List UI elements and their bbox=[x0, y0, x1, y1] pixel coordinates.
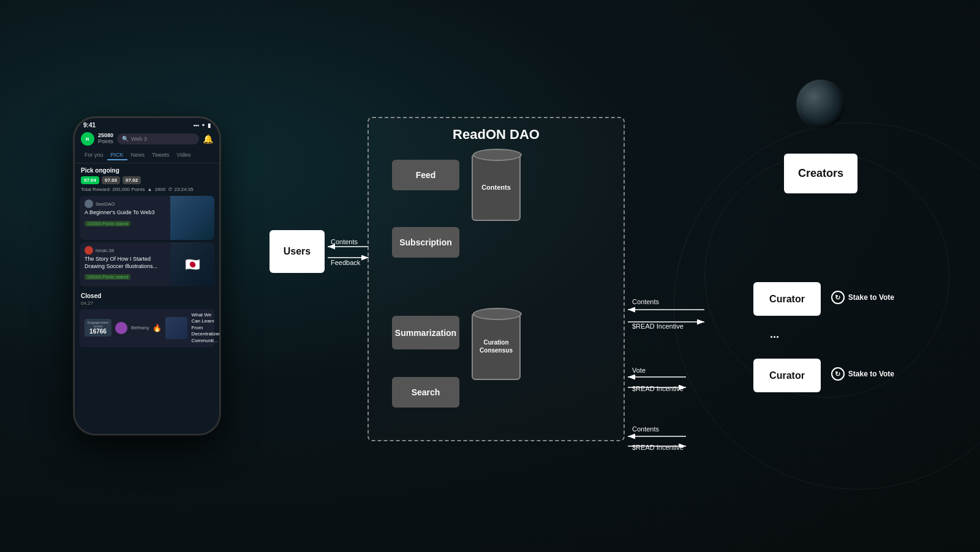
phone-mockup: 9:41 ▪▪▪ ⚬ ▮ R 25080 Points 🔍 Web 3 � bbox=[74, 117, 221, 435]
read-incentive-top-label: $READ Incentive bbox=[632, 323, 684, 330]
func-box-feed: Feed bbox=[392, 160, 459, 190]
stake-vote-2: ↻ Stake to Vote bbox=[831, 367, 894, 381]
article-author-1: SeeDAO bbox=[85, 200, 165, 208]
bell-icon[interactable]: 🔔 bbox=[203, 134, 213, 144]
total-reward-label: Total Reward: 200,000 Points bbox=[81, 187, 145, 192]
search-bar[interactable]: 🔍 Web 3 bbox=[117, 133, 199, 144]
article-badge-2: 150000 Points staked bbox=[85, 274, 130, 280]
dots-label: ... bbox=[770, 328, 779, 341]
contents-right-top-label: Contents bbox=[632, 298, 659, 305]
reward-points: 2600 bbox=[154, 187, 165, 192]
func-box-summarization: Summarization bbox=[392, 316, 459, 349]
reward-bar: Total Reward: 200,000 Points ▲ 2600 ⏱ 23… bbox=[75, 185, 219, 193]
cylinder-contents-label: Contents bbox=[481, 184, 511, 191]
article-card-2[interactable]: hiroki.38 The Story Of How I Started Dra… bbox=[80, 242, 214, 286]
author-name-2: hiroki.38 bbox=[96, 248, 114, 253]
search-icon: 🔍 bbox=[122, 136, 129, 142]
article-title-2: The Story Of How I Started Drawing Socce… bbox=[85, 256, 165, 270]
cylinder-curation-label: CurationConsensus bbox=[480, 338, 513, 354]
stake-vote-1: ↻ Stake to Vote bbox=[831, 291, 894, 304]
dao-title: ReadON DAO bbox=[369, 118, 624, 149]
article-card-1[interactable]: SeeDAO A Beginner's Guide To Web3 100000… bbox=[80, 196, 214, 240]
battery-icon: ▮ bbox=[208, 122, 211, 129]
pick-badge-2[interactable]: 07.03 bbox=[102, 176, 120, 184]
article-thumb-2: 🇯🇵 bbox=[170, 242, 214, 286]
phone-status-bar: 9:41 ▪▪▪ ⚬ ▮ bbox=[75, 118, 219, 130]
author-name-1: SeeDAO bbox=[96, 201, 115, 207]
points-label: Points bbox=[98, 139, 113, 145]
pick-badges: 07.04 07.03 07.02 bbox=[75, 175, 219, 185]
pick-section-title: Pick ongoing bbox=[75, 163, 219, 175]
phone-tabs: For you PICK News Tweets Video bbox=[75, 148, 219, 163]
feedback-arrow-label: Feedback bbox=[331, 259, 360, 266]
contents-right-bot-label: Contents bbox=[632, 425, 659, 433]
phone-time: 9:41 bbox=[83, 122, 96, 129]
article-badge-1: 100000 Points staked bbox=[85, 221, 130, 226]
refresh-icon-1: ↻ bbox=[831, 291, 845, 304]
contents-arrow-label: Contents bbox=[331, 238, 358, 245]
article-author-2: hiroki.38 bbox=[85, 246, 165, 255]
fire-icon: 🔥 bbox=[153, 324, 162, 332]
article-thumb-1 bbox=[170, 196, 214, 240]
diagram-container: ReadON DAO Feed Subscription Summarizati… bbox=[257, 105, 870, 447]
read-incentive-mid-label: $READ Incentive bbox=[632, 385, 684, 392]
curator-box-1: Curator bbox=[753, 282, 821, 316]
cylinder-curation: CurationConsensus bbox=[472, 313, 521, 380]
curator-box-2: Curator bbox=[753, 359, 821, 392]
signal-icon: ▪▪▪ bbox=[193, 122, 199, 129]
tab-video[interactable]: Video bbox=[173, 151, 195, 160]
closed-author-name: Bethany bbox=[131, 325, 149, 330]
refresh-icon-2: ↻ bbox=[831, 367, 845, 381]
score-value: 16766 bbox=[88, 328, 108, 335]
closed-item-1[interactable]: Engagement score 16766 Bethany 🔥 What We… bbox=[80, 309, 214, 347]
reward-timer: ⏱ 23:24:35 bbox=[168, 187, 193, 192]
tab-news[interactable]: News bbox=[127, 151, 149, 160]
func-box-search: Search bbox=[392, 377, 459, 408]
pick-badge-1[interactable]: 07.04 bbox=[81, 176, 99, 184]
closed-author-avatar bbox=[115, 322, 127, 334]
search-text: Web 3 bbox=[131, 136, 147, 142]
phone-status-icons: ▪▪▪ ⚬ ▮ bbox=[193, 122, 211, 129]
score-label: Engagement score bbox=[88, 321, 108, 328]
engagement-score-box: Engagement score 16766 bbox=[85, 319, 111, 337]
reward-up-icon: ▲ bbox=[148, 187, 153, 192]
cylinder-contents: Contents bbox=[472, 154, 521, 221]
creators-box: Creators bbox=[784, 154, 858, 193]
closed-thumb bbox=[165, 317, 187, 339]
func-box-subscription: Subscription bbox=[392, 227, 459, 258]
app-logo: R bbox=[81, 132, 94, 146]
read-incentive-bot-label: $READ Incentive bbox=[632, 444, 684, 451]
tab-foryou[interactable]: For you bbox=[81, 151, 107, 160]
tab-tweets[interactable]: Tweets bbox=[148, 151, 173, 160]
vote-arrow-label: Vote bbox=[632, 367, 646, 374]
phone-header: R 25080 Points 🔍 Web 3 🔔 bbox=[75, 130, 219, 148]
tab-pick[interactable]: PICK bbox=[107, 151, 127, 160]
article-title-1: A Beginner's Guide To Web3 bbox=[85, 209, 165, 217]
phone-screen: 9:41 ▪▪▪ ⚬ ▮ R 25080 Points 🔍 Web 3 � bbox=[75, 118, 219, 434]
closed-title: What We Can Learn From Decentralized Com… bbox=[191, 312, 219, 344]
author-avatar-1 bbox=[85, 200, 93, 208]
closed-date: 04.27 bbox=[75, 300, 219, 307]
pick-badge-3[interactable]: 07.02 bbox=[123, 176, 141, 184]
users-box: Users bbox=[270, 230, 325, 273]
author-avatar-2 bbox=[85, 246, 93, 255]
page-content: 9:41 ▪▪▪ ⚬ ▮ R 25080 Points 🔍 Web 3 � bbox=[0, 0, 980, 552]
thumb-overlay-1 bbox=[170, 196, 214, 240]
wifi-icon: ⚬ bbox=[201, 122, 206, 129]
closed-section-title: Closed bbox=[75, 289, 219, 300]
